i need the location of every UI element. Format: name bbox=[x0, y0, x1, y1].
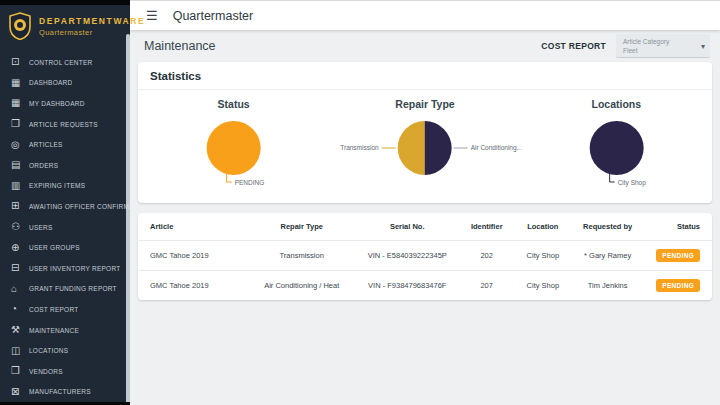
sidebar-item-article-requests[interactable]: ❐ARTICLE REQUESTS bbox=[0, 114, 130, 135]
cell-article: GMC Tahoe 2019 bbox=[138, 271, 248, 301]
article-requests-icon: ❐ bbox=[11, 119, 29, 129]
sidebar-item-grant-funding-report[interactable]: ⌂GRANT FUNDING REPORT bbox=[0, 279, 130, 300]
sidebar-item-label: GRANT FUNDING REPORT bbox=[29, 285, 117, 292]
status-badge: PENDING bbox=[656, 279, 700, 292]
cost-report-label: COST REPORT bbox=[541, 41, 606, 51]
cell-article: GMC Tahoe 2019 bbox=[138, 241, 248, 271]
sidebar-item-label: MANUFACTURERS bbox=[29, 388, 91, 395]
page-header-right: COST REPORT Article Category Fleet ▾ bbox=[541, 34, 710, 58]
chart-title-repair-type: Repair Type bbox=[329, 98, 520, 110]
manufacturers-icon: ⊠ bbox=[11, 387, 29, 397]
cell-location: City Shop bbox=[515, 271, 572, 301]
sidebar-item-label: MAINTENANCE bbox=[29, 327, 79, 334]
dashboard-icon: ▦ bbox=[11, 78, 29, 88]
chart-block-locations: Locations City Shop bbox=[521, 95, 712, 196]
svg-text:Air Conditioning...: Air Conditioning... bbox=[471, 144, 522, 152]
locations-icon: ◫ bbox=[11, 346, 29, 356]
cell-status: PENDING bbox=[644, 241, 712, 271]
cell-identifier: 202 bbox=[459, 241, 515, 271]
table-body: GMC Tahoe 2019TransmissionVIN - E5840392… bbox=[138, 241, 712, 301]
maintenance-table: ArticleRepair TypeSerial No.IdentifierLo… bbox=[138, 213, 712, 300]
table-row[interactable]: GMC Tahoe 2019TransmissionVIN - E5840392… bbox=[138, 241, 712, 271]
sidebar-item-label: ORDERS bbox=[29, 162, 58, 169]
sidebar-item-label: EXPIRING ITEMS bbox=[29, 182, 85, 189]
user-inventory-report-icon: ⊟ bbox=[11, 263, 29, 273]
sidebar-item-label: USER GROUPS bbox=[29, 244, 80, 251]
maintenance-icon: ⚒ bbox=[11, 325, 29, 335]
cell-status: PENDING bbox=[644, 271, 712, 301]
chevron-down-icon: ▾ bbox=[701, 42, 705, 51]
status-badge: PENDING bbox=[656, 249, 700, 262]
page-header: Maintenance COST REPORT Article Category… bbox=[138, 30, 712, 62]
cell-repair-type: Transmission bbox=[248, 241, 356, 271]
statistics-card: Statistics Status PENDING Repair Type Tr… bbox=[138, 62, 712, 203]
sidebar-item-label: LOCATIONS bbox=[29, 347, 68, 354]
sidebar-item-locations[interactable]: ◫LOCATIONS bbox=[0, 340, 130, 361]
cell-identifier: 207 bbox=[459, 271, 515, 301]
orders-icon: ▤ bbox=[11, 160, 29, 170]
awaiting-officer-confirmation-icon: ⊞ bbox=[11, 201, 29, 211]
grant-funding-report-icon: ⌂ bbox=[11, 284, 29, 294]
column-header-repair-type: Repair Type bbox=[248, 213, 356, 241]
sidebar-item-maintenance[interactable]: ⚒MAINTENANCE bbox=[0, 320, 130, 341]
articles-icon: ◎ bbox=[11, 140, 29, 150]
article-category-select[interactable]: Article Category Fleet ▾ bbox=[616, 34, 710, 58]
sidebar-item-users[interactable]: ⚇USERS bbox=[0, 217, 130, 238]
brand-texts: DEPARTMENTWARE Quartermaster bbox=[39, 16, 145, 37]
sidebar-item-user-inventory-report[interactable]: ⊟USER INVENTORY REPORT bbox=[0, 258, 130, 279]
svg-text:PENDING: PENDING bbox=[235, 179, 265, 186]
table-row[interactable]: GMC Tahoe 2019Air Conditioning / HeatVIN… bbox=[138, 271, 712, 301]
statistics-card-title: Statistics bbox=[138, 62, 712, 90]
maintenance-table-card: ArticleRepair TypeSerial No.IdentifierLo… bbox=[138, 213, 712, 300]
article-category-select-line2: Fleet bbox=[623, 46, 694, 55]
sidebar-item-expiring-items[interactable]: ▥EXPIRING ITEMS bbox=[0, 176, 130, 197]
sidebar-item-label: ARTICLES bbox=[29, 141, 63, 148]
cell-repair-type: Air Conditioning / Heat bbox=[248, 271, 356, 301]
cell-location: City Shop bbox=[515, 241, 572, 271]
sidebar-item-awaiting-officer-confirmation[interactable]: ⊞AWAITING OFFICER CONFIRMATION bbox=[0, 196, 130, 217]
sidebar-item-label: DASHBOARD bbox=[29, 79, 72, 86]
charts-row: Status PENDING Repair Type TransmissionA… bbox=[138, 90, 712, 203]
column-header-requested-by: Requested by bbox=[571, 213, 644, 241]
svg-text:Transmission: Transmission bbox=[341, 144, 380, 151]
vendors-icon: ❒ bbox=[11, 366, 29, 376]
column-header-location: Location bbox=[515, 213, 572, 241]
departmentware-badge-icon bbox=[8, 12, 32, 40]
user-groups-icon: ⊕ bbox=[11, 243, 29, 253]
sidebar-item-articles[interactable]: ◎ARTICLES bbox=[0, 134, 130, 155]
sidebar-item-cost-report[interactable]: ◔COST REPORT bbox=[0, 299, 130, 320]
page-title: Maintenance bbox=[144, 39, 216, 53]
pie-chart-repair-type: TransmissionAir Conditioning... bbox=[329, 110, 520, 196]
sidebar-item-user-groups[interactable]: ⊕USER GROUPS bbox=[0, 237, 130, 258]
users-icon: ⚇ bbox=[11, 222, 29, 232]
sidebar-item-dashboard[interactable]: ▦DASHBOARD bbox=[0, 73, 130, 94]
sidebar-item-orders[interactable]: ▤ORDERS bbox=[0, 155, 130, 176]
pie-chart-status: PENDING bbox=[138, 110, 329, 196]
brand-title: DEPARTMENTWARE bbox=[39, 16, 145, 26]
sidebar-item-label: USER INVENTORY REPORT bbox=[29, 265, 120, 272]
my-dashboard-icon: ▦ bbox=[11, 98, 29, 108]
sidebar-item-label: MY DASHBOARD bbox=[29, 100, 85, 107]
sidebar-item-label: CONTROL CENTER bbox=[29, 59, 93, 66]
cell-requested-by: Tim Jenkins bbox=[571, 271, 644, 301]
column-header-status: Status bbox=[644, 213, 712, 241]
sidebar-item-manufacturers[interactable]: ⊠MANUFACTURERS bbox=[0, 382, 130, 403]
article-category-select-line1: Article Category bbox=[623, 37, 694, 46]
sidebar-item-my-dashboard[interactable]: ▦MY DASHBOARD bbox=[0, 93, 130, 114]
appbar: ☰ Quartermaster bbox=[130, 0, 720, 30]
control-center-icon: ⊡ bbox=[11, 57, 29, 67]
sidebar-scrollbar[interactable] bbox=[126, 34, 130, 405]
sidebar: DEPARTMENTWARE Quartermaster ⊡CONTROL CE… bbox=[0, 0, 130, 405]
brand-header[interactable]: DEPARTMENTWARE Quartermaster bbox=[0, 0, 130, 48]
sidebar-item-label: COST REPORT bbox=[29, 306, 78, 313]
sidebar-item-control-center[interactable]: ⊡CONTROL CENTER bbox=[0, 52, 130, 73]
sidebar-item-vendors[interactable]: ❒VENDORS bbox=[0, 361, 130, 382]
sidebar-item-label: USERS bbox=[29, 224, 53, 231]
sidebar-item-label: AWAITING OFFICER CONFIRMATION bbox=[29, 203, 130, 210]
expiring-items-icon: ▥ bbox=[11, 181, 29, 191]
chart-block-repair-type: Repair Type TransmissionAir Conditioning… bbox=[329, 95, 520, 196]
sidebar-item-label: VENDORS bbox=[29, 368, 63, 375]
column-header-identifier: Identifier bbox=[459, 213, 515, 241]
chart-title-locations: Locations bbox=[521, 98, 712, 110]
hamburger-menu-icon[interactable]: ☰ bbox=[146, 9, 158, 22]
